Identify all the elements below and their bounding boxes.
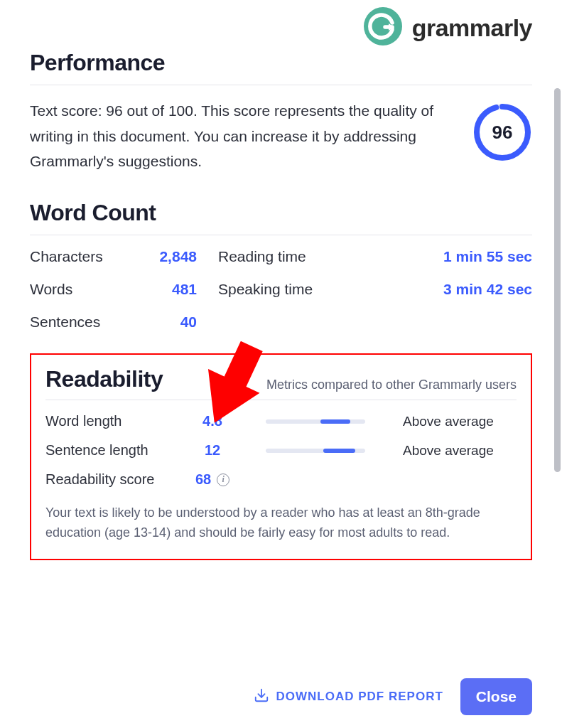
characters-label: Characters bbox=[30, 248, 140, 265]
word-count-grid: Characters 2,848 Reading time 1 min 55 s… bbox=[30, 248, 532, 331]
scrollbar[interactable] bbox=[554, 88, 561, 472]
word-length-label: Word length bbox=[45, 413, 188, 429]
divider bbox=[45, 400, 517, 400]
performance-heading: Performance bbox=[30, 50, 532, 76]
divider bbox=[30, 235, 532, 235]
sentence-length-value: 12 bbox=[188, 442, 237, 459]
divider bbox=[30, 85, 532, 85]
score-ring: 96 bbox=[472, 102, 532, 162]
score-value: 96 bbox=[472, 102, 532, 162]
word-length-value: 4.8 bbox=[188, 413, 237, 429]
readability-score-label: Readability score bbox=[45, 471, 188, 488]
word-count-heading: Word Count bbox=[30, 200, 532, 226]
word-length-note: Above average bbox=[403, 414, 517, 429]
characters-value: 2,848 bbox=[140, 248, 218, 265]
download-pdf-label: DOWNLOAD PDF REPORT bbox=[276, 690, 443, 704]
readability-heading: Readability bbox=[45, 366, 163, 392]
performance-description: Text score: 96 out of 100. This score re… bbox=[30, 98, 451, 174]
download-pdf-button[interactable]: DOWNLOAD PDF REPORT bbox=[254, 687, 443, 707]
sentence-length-label: Sentence length bbox=[45, 442, 188, 459]
sentences-label: Sentences bbox=[30, 314, 140, 331]
speaking-time-value: 3 min 42 sec bbox=[346, 281, 532, 298]
speaking-time-label: Speaking time bbox=[218, 281, 346, 298]
readability-subtitle: Metrics compared to other Grammarly user… bbox=[266, 378, 517, 392]
brand-name: grammarly bbox=[412, 14, 532, 42]
word-length-bar bbox=[237, 419, 403, 424]
close-button[interactable]: Close bbox=[460, 678, 532, 715]
reading-time-value: 1 min 55 sec bbox=[346, 248, 532, 265]
words-label: Words bbox=[30, 281, 140, 298]
info-icon[interactable]: i bbox=[217, 473, 229, 486]
sentence-length-note: Above average bbox=[403, 443, 517, 459]
readability-description: Your text is likely to be understood by … bbox=[45, 503, 517, 543]
sentence-length-bar bbox=[237, 449, 403, 453]
readability-score-value: 68 i bbox=[188, 471, 237, 488]
reading-time-label: Reading time bbox=[218, 248, 346, 265]
sentences-value: 40 bbox=[140, 314, 218, 331]
grammarly-logo-icon bbox=[364, 7, 402, 48]
download-icon bbox=[254, 687, 269, 707]
brand-logo-lockup: grammarly bbox=[364, 7, 532, 48]
readability-highlight-box: Readability Metrics compared to other Gr… bbox=[30, 353, 532, 560]
words-value: 481 bbox=[140, 281, 218, 298]
